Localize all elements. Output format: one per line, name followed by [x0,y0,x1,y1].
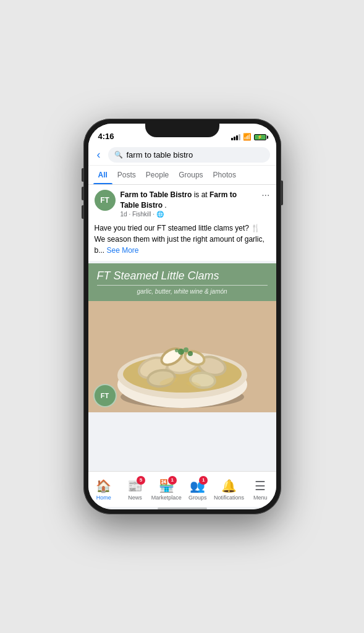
nav-marketplace[interactable]: 🏪 1 Marketplace [151,472,182,507]
nav-notifications[interactable]: 🔔 Notifications [213,472,245,507]
tab-groups[interactable]: Groups [174,166,208,184]
nav-groups-label: Groups [188,495,207,501]
news-badge: 5 [137,476,145,485]
groups-icon: 👥 1 [190,478,205,493]
nav-notifications-label: Notifications [214,495,244,501]
food-logo-overlay: FT [93,384,117,407]
globe-icon: 🌐 [156,211,164,218]
author-end: . [164,201,166,210]
search-area: ‹ 🔍 farm to table bistro [88,143,276,166]
food-divider [97,285,268,286]
status-icons: 📶 ⚡ [231,133,266,141]
nav-groups[interactable]: 👥 1 Groups [182,472,214,507]
nav-menu-label: Menu [253,495,268,501]
food-image: FT [88,301,276,412]
notch [145,124,219,137]
tab-people[interactable]: People [141,166,174,184]
svg-point-22 [188,351,193,356]
news-icon: 📰 5 [127,478,143,493]
signal-icon [231,134,240,140]
search-icon: 🔍 [114,151,123,159]
post-card: FT Farm to Table Bistro is at Farm to Ta… [88,185,276,261]
post-meta: Farm to Table Bistro is at Farm to Table… [121,190,257,218]
status-time: 4:16 [98,132,114,141]
search-box[interactable]: 🔍 farm to table bistro [108,147,270,163]
tab-photos[interactable]: Photos [208,166,241,184]
food-subtitle: garlic, butter, white wine & jamón [97,288,268,299]
post-author: Farm to Table Bistro is at Farm to Table… [121,190,257,211]
tab-posts[interactable]: Posts [112,166,141,184]
nav-home-label: Home [96,495,111,501]
tab-all[interactable]: All [93,166,112,184]
wifi-icon: 📶 [243,133,252,141]
home-indicator [88,507,276,509]
post-body: Have you tried our FT steamed little cla… [88,220,276,261]
home-icon: 🏠 [96,478,111,493]
post-header: FT Farm to Table Bistro is at Farm to Ta… [88,185,276,220]
marketplace-badge: 1 [168,476,177,485]
groups-badge: 1 [199,476,208,485]
tab-bar: All Posts People Groups Photos [88,166,276,185]
see-more-button[interactable]: See More [107,246,139,255]
battery-icon: ⚡ [254,134,266,140]
author-name-primary: Farm to Table Bistro [121,190,192,199]
food-card: FT Steamed Little Clams garlic, butter, … [88,263,276,412]
timestamp-text: 1d · Fishkill · [121,211,155,218]
post-timestamp: 1d · Fishkill · 🌐 [121,211,257,218]
menu-icon: ☰ [255,478,266,493]
svg-point-21 [175,349,179,352]
food-card-header: FT Steamed Little Clams garlic, butter, … [88,263,276,301]
food-title: FT Steamed Little Clams [97,270,268,283]
svg-point-20 [184,347,188,352]
content-area: FT Farm to Table Bistro is at Farm to Ta… [88,185,276,471]
nav-home[interactable]: 🏠 Home [88,472,120,507]
nav-marketplace-label: Marketplace [151,495,182,501]
author-action: is at [194,190,210,199]
post-more-button[interactable]: ··· [261,190,269,201]
search-query: farm to table bistro [127,150,193,159]
nav-news-label: News [128,495,142,501]
svg-point-19 [178,349,184,355]
nav-news[interactable]: 📰 5 News [119,472,151,507]
phone-screen: 4:16 📶 ⚡ ‹ 🔍 farm to table bistro All P [88,124,276,509]
nav-menu[interactable]: ☰ Menu [245,472,276,507]
notifications-icon: 🔔 [221,478,237,493]
back-button[interactable]: ‹ [95,147,103,163]
phone-frame: 4:16 📶 ⚡ ‹ 🔍 farm to table bistro All P [83,119,281,514]
avatar: FT [95,190,116,211]
bottom-nav: 🏠 Home 📰 5 News 🏪 1 Marketplace � [88,471,276,507]
marketplace-icon: 🏪 1 [159,478,174,493]
